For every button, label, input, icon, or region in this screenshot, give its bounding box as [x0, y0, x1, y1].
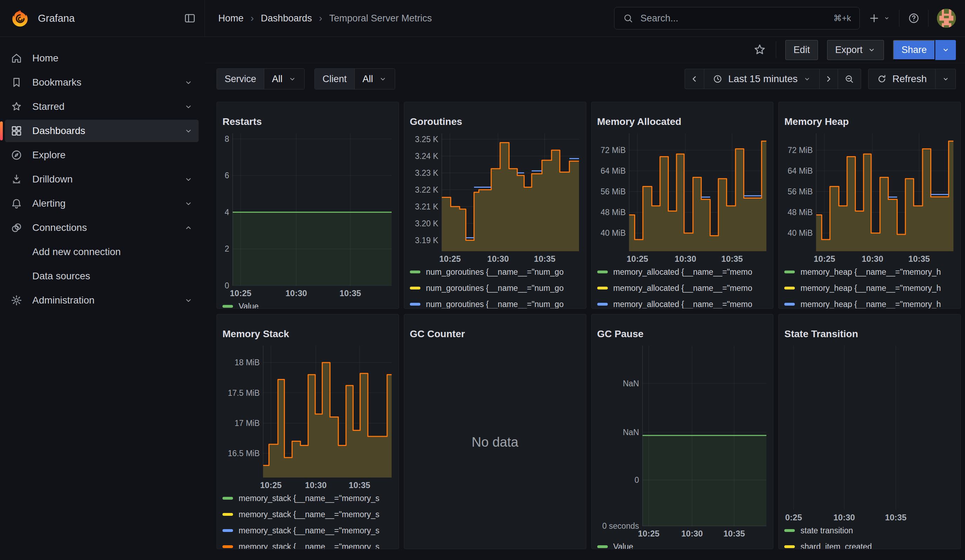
sidebar-item-drilldown[interactable]: Drilldown	[5, 168, 199, 191]
breadcrumb-item[interactable]: Dashboards	[261, 13, 312, 24]
legend-item[interactable]: memory_stack {__name__="memory_s	[222, 522, 393, 539]
svg-text:10:35: 10:35	[723, 529, 745, 538]
sidebar-item-starred[interactable]: Starred	[5, 95, 199, 118]
sidebar-item-explore[interactable]: Explore	[5, 144, 199, 166]
panel-memory-allocated: Memory Allocated72 MiB64 MiB56 MiB48 MiB…	[591, 102, 774, 309]
variable-client[interactable]: ClientAll	[314, 69, 395, 90]
edit-button[interactable]: Edit	[785, 40, 818, 60]
panel-title[interactable]: State Transition	[784, 328, 955, 340]
favorite-star-icon[interactable]	[753, 43, 767, 57]
sidebar-item-data-sources[interactable]: Data sources	[5, 265, 199, 287]
chevron-down-icon	[942, 75, 950, 83]
connections-icon	[10, 222, 23, 233]
panel-title[interactable]: Goroutines	[410, 116, 581, 128]
panel-title[interactable]: Memory Stack	[222, 328, 393, 340]
panel-state-transition: State Transition0:2510:3010:35state tran…	[778, 314, 961, 549]
time-shift-forward-button[interactable]	[820, 69, 838, 89]
chart-memory_allocated[interactable]: 72 MiB64 MiB56 MiB48 MiB40 MiB10:2510:30…	[597, 131, 769, 264]
panel-title[interactable]: Memory Allocated	[597, 116, 768, 128]
legend-item[interactable]: memory_heap {__name__="memory_h	[784, 296, 955, 309]
variable-service[interactable]: ServiceAll	[216, 69, 304, 90]
chart-memory_stack[interactable]: 18 MiB17.5 MiB17 MiB16.5 MiB10:2510:3010…	[222, 343, 394, 490]
panel-gc-pause: GC PauseNaNNaN00 seconds10:2510:3010:35V…	[591, 314, 774, 549]
breadcrumb-item[interactable]: Home	[218, 13, 244, 24]
search-input[interactable]	[640, 13, 827, 24]
time-shift-back-button[interactable]	[685, 69, 704, 89]
legend-series-swatch	[784, 545, 795, 548]
svg-text:3.19 K: 3.19 K	[415, 236, 438, 245]
chevron-down-icon	[184, 102, 193, 111]
share-menu-button[interactable]	[935, 40, 956, 60]
legend-series-swatch	[784, 303, 795, 305]
legend-item[interactable]: memory_heap {__name__="memory_h	[784, 264, 955, 280]
collapse-sidebar-icon[interactable]	[183, 12, 196, 24]
chart-gc_pause[interactable]: NaNNaN00 seconds10:2510:3010:35	[597, 343, 769, 539]
svg-text:40 MiB: 40 MiB	[600, 229, 626, 238]
chart-memory_heap[interactable]: 72 MiB64 MiB56 MiB48 MiB40 MiB10:2510:30…	[784, 131, 955, 264]
legend-series-label: memory_stack {__name__="memory_s	[239, 542, 379, 549]
sidebar-item-home[interactable]: Home	[5, 47, 199, 70]
svg-text:64 MiB: 64 MiB	[788, 166, 813, 175]
legend-item[interactable]: memory_stack {__name__="memory_s	[222, 506, 393, 522]
legend-item[interactable]: memory_heap {__name__="memory_h	[784, 280, 955, 296]
panel-memory-stack: Memory Stack18 MiB17.5 MiB17 MiB16.5 MiB…	[216, 314, 399, 549]
legend-item[interactable]: memory_allocated {__name__="memo	[597, 296, 768, 309]
sidebar-item-connections[interactable]: Connections	[5, 217, 199, 239]
panel-title[interactable]: GC Pause	[597, 328, 768, 340]
refresh-interval-button[interactable]	[936, 69, 956, 89]
chart-state_transition[interactable]: 0:2510:3010:35	[784, 343, 955, 522]
legend-item[interactable]: state transition	[784, 522, 955, 539]
legend-item[interactable]: memory_stack {__name__="memory_s	[222, 539, 393, 549]
legend-item[interactable]: num_goroutines {__name__="num_go	[410, 264, 581, 280]
home-icon	[10, 52, 23, 64]
sidebar-item-add-new-connection[interactable]: Add new connection	[5, 241, 199, 263]
sidebar-item-label: Bookmarks	[32, 77, 174, 88]
star-icon	[10, 101, 23, 113]
search-box[interactable]: ⌘+k	[614, 7, 860, 29]
sidebar-item-bookmarks[interactable]: Bookmarks	[5, 71, 199, 94]
chart-goroutines[interactable]: 3.25 K3.24 K3.23 K3.22 K3.21 K3.20 K3.19…	[410, 131, 581, 264]
sidebar-item-alerting[interactable]: Alerting	[5, 192, 199, 215]
refresh-icon	[877, 74, 887, 84]
variable-value-dropdown[interactable]: All	[264, 69, 304, 89]
legend-item[interactable]: num_goroutines {__name__="num_go	[410, 296, 581, 309]
export-button[interactable]: Export	[827, 40, 884, 60]
time-zoom-out-button[interactable]	[838, 69, 861, 89]
svg-text:10:30: 10:30	[674, 254, 696, 263]
svg-text:56 MiB: 56 MiB	[788, 187, 813, 196]
legend-item[interactable]: memory_stack {__name__="memory_s	[222, 490, 393, 506]
panel-restarts: Restarts8642010:2510:3010:35Value	[216, 102, 399, 309]
add-button[interactable]	[868, 12, 891, 24]
user-avatar[interactable]	[937, 9, 956, 28]
legend-item[interactable]: memory_allocated {__name__="memo	[597, 264, 768, 280]
breadcrumb-item: Temporal Server Metrics	[329, 13, 432, 24]
refresh-button[interactable]: Refresh	[868, 69, 936, 89]
chevron-down-icon	[184, 78, 193, 87]
svg-text:10:35: 10:35	[885, 513, 906, 522]
legend-item[interactable]: shard_item_created	[784, 539, 955, 549]
legend-item[interactable]: memory_allocated {__name__="memo	[597, 280, 768, 296]
chart-restarts[interactable]: 8642010:2510:3010:35	[222, 131, 394, 298]
grafana-app: Grafana Home›Dashboards›Temporal Server …	[0, 0, 965, 560]
panel-title[interactable]: Memory Heap	[784, 116, 955, 128]
svg-text:10:30: 10:30	[286, 289, 307, 298]
svg-text:10:30: 10:30	[487, 254, 509, 263]
variable-value: All	[363, 73, 373, 85]
panel-title[interactable]: Restarts	[222, 116, 393, 128]
legend-series-swatch	[222, 497, 233, 500]
share-button[interactable]: Share	[893, 40, 935, 60]
legend-series-label: memory_allocated {__name__="memo	[613, 267, 752, 277]
sidebar-item-administration[interactable]: Administration	[5, 289, 199, 312]
sidebar-item-dashboards[interactable]: Dashboards	[5, 120, 199, 142]
variable-value-dropdown[interactable]: All	[355, 69, 395, 89]
svg-text:3.25 K: 3.25 K	[415, 135, 438, 144]
active-indicator-bar	[0, 121, 3, 140]
legend-item[interactable]: Value	[222, 298, 393, 309]
panel-legend: state transitionshard_item_created	[784, 522, 955, 549]
legend-item[interactable]: Value	[597, 539, 768, 549]
help-button[interactable]	[908, 12, 920, 24]
legend-item[interactable]: num_goroutines {__name__="num_go	[410, 280, 581, 296]
panel-legend: memory_allocated {__name__="memomemory_a…	[597, 264, 768, 309]
time-range-picker[interactable]: Last 15 minutes	[704, 69, 820, 89]
grafana-logo[interactable]	[10, 9, 29, 28]
